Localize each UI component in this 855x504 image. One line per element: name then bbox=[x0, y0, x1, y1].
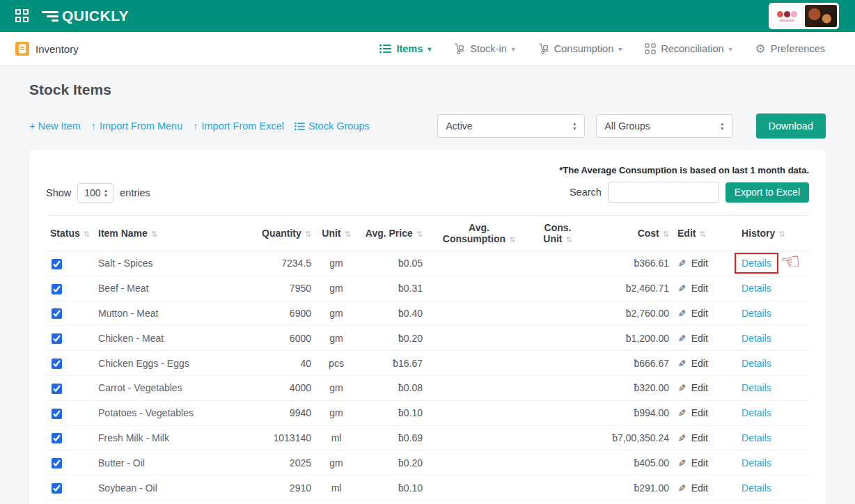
cost-value: ƀ320.00 bbox=[584, 375, 673, 400]
unit-value: gm bbox=[315, 251, 357, 276]
col-header-item-name[interactable]: Item Name⇅ bbox=[94, 216, 253, 251]
avg-price-value: ƀ0.20 bbox=[357, 326, 427, 351]
col-header-status[interactable]: Status⇅ bbox=[46, 216, 94, 251]
details-link[interactable]: Details bbox=[742, 333, 771, 344]
edit-label: Edit bbox=[691, 382, 708, 393]
details-link[interactable]: Details bbox=[742, 358, 771, 369]
edit-link[interactable]: ✎ Edit bbox=[677, 333, 708, 344]
sort-icon: ⇅ bbox=[416, 230, 423, 238]
chevron-down-icon: ▾ bbox=[512, 45, 515, 53]
chevron-down-icon: ▾ bbox=[618, 45, 622, 53]
edit-link[interactable]: ✎ Edit bbox=[677, 382, 708, 393]
search-input[interactable] bbox=[608, 182, 719, 203]
cons-unit-value bbox=[531, 450, 584, 475]
edit-link[interactable]: ✎ Edit bbox=[677, 283, 708, 294]
status-checkbox[interactable] bbox=[52, 458, 62, 468]
main-content: Stock Items + New Item ↑ Import From Men… bbox=[0, 66, 855, 504]
nav-item-reconciliation[interactable]: Reconciliation ▾ bbox=[645, 43, 732, 54]
edit-label: Edit bbox=[691, 482, 708, 494]
table-header-row: Status⇅ Item Name⇅ Quantity⇅ Unit⇅ Avg. … bbox=[46, 216, 809, 251]
inventory-icon bbox=[15, 42, 29, 56]
select-arrows-icon: ▲▼ bbox=[572, 122, 576, 131]
export-to-excel-button[interactable]: Export to Excel bbox=[725, 182, 809, 203]
details-link[interactable]: Details bbox=[742, 283, 771, 294]
brand-logo[interactable]: QUICKLY bbox=[42, 8, 129, 24]
new-item-link[interactable]: + New Item bbox=[29, 120, 81, 132]
cons-unit-value bbox=[531, 351, 584, 376]
import-from-excel-link[interactable]: ↑ Import From Excel bbox=[193, 120, 284, 132]
col-header-avg-price[interactable]: Avg. Price⇅ bbox=[357, 216, 427, 251]
edit-link[interactable]: ✎ Edit bbox=[677, 482, 708, 494]
avg-consumption-value bbox=[427, 450, 531, 475]
details-link[interactable]: Details bbox=[742, 382, 771, 393]
sort-icon: ⇅ bbox=[84, 230, 90, 238]
module-nav: Inventory Items ▾ Stock-in ▾ bbox=[0, 32, 855, 66]
col-header-edit[interactable]: Edit⇅ bbox=[673, 216, 737, 251]
card-top: Show 100 ▲▼ entries *The Average Consump… bbox=[46, 165, 809, 203]
unit-value: gm bbox=[315, 276, 357, 301]
download-button[interactable]: Download bbox=[756, 113, 826, 139]
edit-link[interactable]: ✎ Edit bbox=[677, 258, 708, 269]
status-checkbox[interactable] bbox=[52, 359, 62, 369]
edit-label: Edit bbox=[691, 333, 708, 344]
status-checkbox[interactable] bbox=[52, 483, 62, 494]
col-header-unit[interactable]: Unit⇅ bbox=[315, 216, 357, 251]
table-row: Potatoes - Vegetables 9940 gm ƀ0.10 ƀ994… bbox=[46, 400, 809, 425]
table-total-row: ƀ709,814.23 bbox=[46, 500, 809, 504]
unit-value: ml bbox=[315, 425, 357, 450]
nav-item-label: Consumption bbox=[554, 43, 613, 54]
table-row: Chicken Eggs - Eggs 40 pcs ƀ16.67 ƀ666.6… bbox=[46, 351, 809, 376]
card-top-right: *The Average Consumption is based on las… bbox=[559, 165, 809, 203]
page-size-select[interactable]: 100 ▲▼ bbox=[77, 183, 113, 203]
edit-link[interactable]: ✎ Edit bbox=[677, 432, 708, 443]
col-header-cons-unit[interactable]: Cons. Unit⇅ bbox=[531, 216, 584, 251]
edit-label: Edit bbox=[691, 432, 708, 443]
edit-link[interactable]: ✎ Edit bbox=[677, 358, 708, 369]
status-filter-select[interactable]: Active ▲▼ bbox=[437, 114, 585, 138]
status-checkbox[interactable] bbox=[52, 284, 62, 294]
show-label: Show bbox=[46, 187, 71, 198]
status-checkbox[interactable] bbox=[52, 384, 62, 394]
total-cost-value: ƀ709,814.23 bbox=[46, 500, 673, 504]
pencil-icon: ✎ bbox=[676, 359, 687, 368]
chevron-down-icon: ▾ bbox=[729, 45, 732, 53]
group-filter-select[interactable]: All Groups ▲▼ bbox=[596, 114, 732, 138]
item-name: Fresh Milk - Milk bbox=[94, 425, 253, 450]
avg-consumption-note: *The Average Consumption is based on las… bbox=[559, 165, 809, 175]
col-header-history[interactable]: History⇅ bbox=[737, 216, 809, 251]
nav-item-items[interactable]: Items ▾ bbox=[379, 43, 431, 54]
nav-item-preferences[interactable]: ⚙ Preferences bbox=[755, 43, 825, 55]
col-header-quantity[interactable]: Quantity⇅ bbox=[253, 216, 315, 251]
cost-value: ƀ2,460.71 bbox=[584, 276, 673, 301]
details-link[interactable]: Details bbox=[742, 258, 771, 269]
status-checkbox[interactable] bbox=[52, 409, 62, 419]
nav-item-consumption[interactable]: Consumption ▾ bbox=[538, 43, 622, 54]
app-root: QUICKLY Inventory Items ▾ bbox=[0, 0, 855, 504]
status-checkbox[interactable] bbox=[52, 308, 62, 319]
nav-item-stock-in[interactable]: Stock-in ▾ bbox=[454, 43, 515, 54]
edit-link[interactable]: ✎ Edit bbox=[677, 308, 708, 319]
apps-grid-icon[interactable] bbox=[15, 9, 29, 23]
details-link[interactable]: Details bbox=[742, 308, 771, 319]
status-checkbox[interactable] bbox=[52, 433, 62, 443]
details-link[interactable]: Details bbox=[742, 457, 771, 468]
unit-value: gm bbox=[315, 301, 357, 326]
col-header-cost[interactable]: Cost⇅ bbox=[584, 216, 673, 251]
status-checkbox[interactable] bbox=[52, 259, 62, 269]
details-link[interactable]: Details bbox=[742, 407, 771, 418]
details-link[interactable]: Details bbox=[742, 432, 771, 443]
status-checkbox[interactable] bbox=[52, 333, 62, 344]
col-header-avg-consumption[interactable]: Avg. Consumption⇅ bbox=[427, 216, 531, 251]
upload-icon: ↑ bbox=[193, 120, 198, 132]
item-name: Carrot - Vegetables bbox=[94, 375, 253, 400]
cons-unit-value bbox=[531, 251, 584, 276]
import-from-menu-link[interactable]: ↑ Import From Menu bbox=[91, 120, 183, 132]
edit-label: Edit bbox=[691, 358, 708, 369]
sort-icon: ⇅ bbox=[778, 230, 785, 238]
avg-price-value: ƀ0.10 bbox=[357, 400, 427, 425]
pencil-icon: ✎ bbox=[676, 459, 687, 467]
stock-groups-link[interactable]: Stock Groups bbox=[295, 120, 370, 132]
details-link[interactable]: Details bbox=[742, 482, 771, 494]
edit-link[interactable]: ✎ Edit bbox=[677, 457, 708, 468]
edit-link[interactable]: ✎ Edit bbox=[677, 407, 708, 418]
